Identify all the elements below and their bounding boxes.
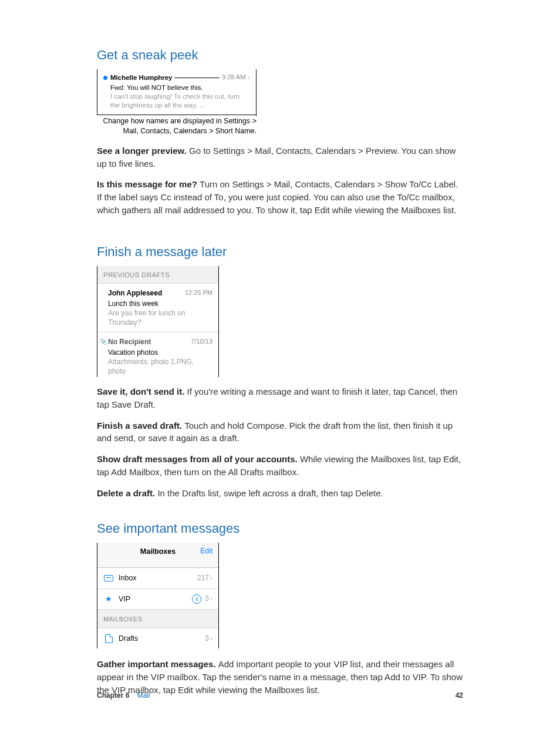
sneak-subject: Fwd: You will NOT believe this. [110, 83, 250, 93]
edit-button[interactable]: Edit [200, 546, 212, 556]
chevron-right-icon: › [210, 594, 212, 604]
page-number: 42 [456, 691, 463, 700]
draft-preview: Attachments: photo 1.PNG, photo [108, 358, 212, 376]
drafts-header: PREVIOUS DRAFTS [97, 266, 218, 284]
inbox-icon [104, 575, 113, 581]
mailbox-count: 217 [197, 573, 209, 583]
sneak-time: 9:28 AM [222, 73, 245, 82]
callout-leader-line [174, 78, 220, 78]
draft-subject: Vacation photos [108, 348, 212, 358]
draft-time: 7/10/13 [191, 337, 212, 347]
unread-dot-icon [103, 76, 107, 80]
heading-sneak-peek: Get a sneak peek [97, 46, 463, 65]
heading-finish-later: Finish a message later [97, 243, 463, 261]
star-icon: ★ [105, 594, 112, 605]
figure-previous-drafts: PREVIOUS DRAFTS John Appleseed 12:25 PM … [97, 266, 219, 378]
mailboxes-navbar: Mailboxes Edit [97, 543, 218, 568]
document-icon [105, 634, 113, 643]
figure-sneak-preview: Michelle Humphrey 9:28 AM › Fwd: You wil… [97, 69, 257, 115]
para-message-for-me: Is this message for me? Turn on Settings… [97, 178, 463, 216]
draft-preview: Are you free for lunch on Thursday? [108, 309, 212, 327]
mailbox-count: 3 [205, 634, 209, 644]
para-show-all-drafts: Show draft messages from all of your acc… [97, 453, 463, 479]
mailbox-label: VIP [119, 594, 192, 604]
chapter-number: Chapter 6 [97, 691, 129, 700]
mailbox-label: Inbox [119, 573, 197, 583]
draft-item: 📎 No Recipient 7/10/13 Vacation photos A… [97, 332, 218, 377]
heading-important-messages: See important messages [97, 519, 463, 538]
callout-tick [256, 110, 257, 116]
mailbox-row-inbox[interactable]: Inbox 217 › [97, 568, 218, 589]
draft-subject: Lunch this week [108, 299, 212, 309]
info-icon[interactable]: i [192, 594, 201, 604]
page-footer: Chapter 6 Mail 42 [97, 691, 463, 701]
mailboxes-section-header: MAILBOXES [97, 610, 218, 628]
para-finish-draft: Finish a saved draft. Touch and hold Com… [97, 419, 463, 445]
para-longer-preview: See a longer preview. Go to Settings > M… [97, 144, 463, 170]
mailbox-row-drafts[interactable]: Drafts 3 › [97, 628, 218, 648]
sneak-preview-text: I can't stop laughing! To check this out… [110, 92, 250, 110]
chevron-right-icon: › [210, 634, 212, 644]
figure-mailboxes: Mailboxes Edit Inbox 217 › ★ VIP i 3 › M… [97, 543, 219, 648]
mailbox-row-vip[interactable]: ★ VIP i 3 › [97, 589, 218, 610]
chapter-title: Mail [137, 691, 150, 700]
mailbox-count: 3 [205, 594, 209, 604]
sneak-callout: Change how names are displayed in Settin… [97, 116, 257, 136]
paperclip-icon: 📎 [100, 338, 107, 347]
mailbox-label: Drafts [119, 633, 205, 644]
draft-recipient: John Appleseed [108, 288, 162, 298]
draft-item: John Appleseed 12:25 PM Lunch this week … [97, 284, 218, 332]
para-save-draft: Save it, don't send it. If you're writin… [97, 385, 463, 411]
draft-time: 12:25 PM [185, 288, 212, 298]
sneak-sender: Michelle Humphrey [110, 73, 172, 83]
para-delete-draft: Delete a draft. In the Drafts list, swip… [97, 487, 463, 500]
chevron-right-icon: › [210, 573, 212, 583]
chevron-right-icon: › [248, 73, 250, 82]
mailboxes-title: Mailboxes [103, 546, 212, 557]
draft-recipient: No Recipient [108, 337, 151, 347]
